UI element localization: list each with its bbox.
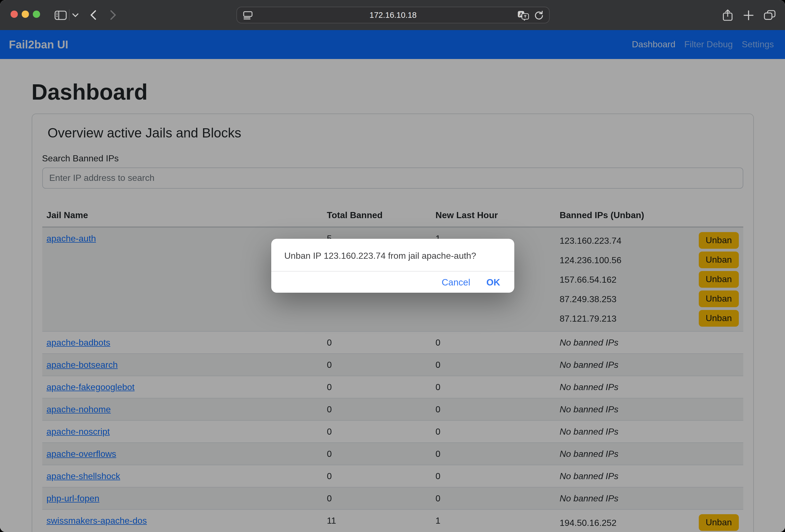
cancel-button[interactable]: Cancel bbox=[442, 277, 471, 287]
zoom-window-button[interactable] bbox=[33, 10, 40, 18]
back-icon[interactable] bbox=[88, 0, 98, 30]
ok-button[interactable]: OK bbox=[486, 277, 501, 287]
tab-overview-icon[interactable] bbox=[763, 0, 776, 30]
confirm-dialog: Unban IP 123.160.223.74 from jail apache… bbox=[271, 239, 514, 293]
minimize-window-button[interactable] bbox=[22, 10, 29, 18]
traffic-lights bbox=[10, 10, 40, 18]
browser-window: 172.16.10.18 A Fail2ban UI Dashboar bbox=[0, 0, 785, 532]
sidebar-icon[interactable] bbox=[53, 0, 68, 30]
share-icon[interactable] bbox=[721, 0, 734, 30]
reload-icon[interactable] bbox=[534, 10, 543, 21]
browser-toolbar: 172.16.10.18 A bbox=[0, 0, 785, 30]
dialog-actions: Cancel OK bbox=[271, 272, 514, 293]
dialog-message: Unban IP 123.160.223.74 from jail apache… bbox=[271, 239, 514, 271]
toolbar-separator bbox=[69, 9, 70, 21]
web-page: Fail2ban UI Dashboard Filter Debug Setti… bbox=[0, 30, 785, 532]
chevron-down-icon[interactable] bbox=[71, 0, 79, 30]
close-window-button[interactable] bbox=[10, 10, 18, 18]
translate-icon[interactable]: A bbox=[517, 10, 529, 21]
reader-page-icon[interactable] bbox=[243, 11, 253, 20]
url-text: 172.16.10.18 bbox=[370, 10, 416, 20]
new-tab-icon[interactable] bbox=[742, 0, 754, 30]
forward-icon[interactable] bbox=[108, 0, 118, 30]
address-bar[interactable]: 172.16.10.18 A bbox=[236, 7, 550, 23]
